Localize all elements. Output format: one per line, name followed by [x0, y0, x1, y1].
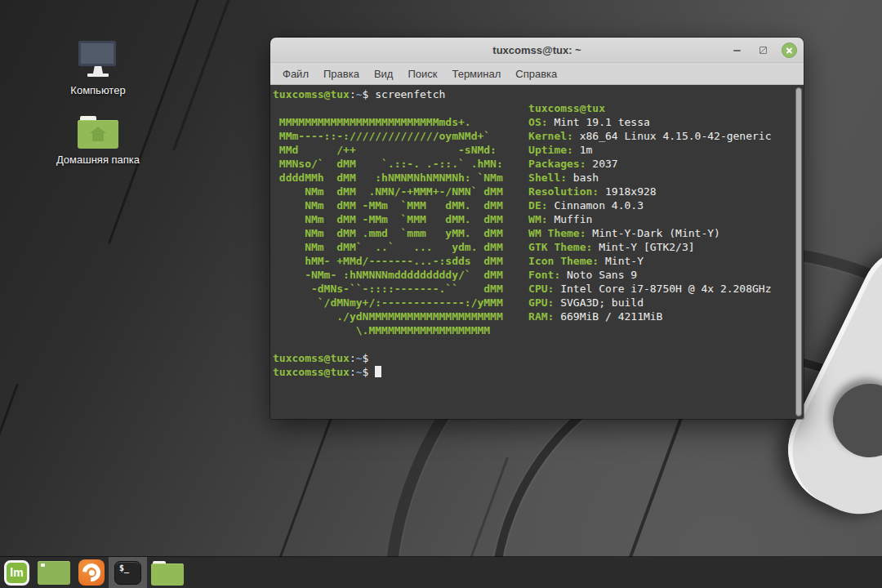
home-folder-icon	[78, 116, 118, 149]
restore-button[interactable]	[755, 42, 771, 58]
folder-icon	[151, 560, 184, 586]
terminal-window: tuxcomss@tux: ~ Файл Правка Вид Поиск Те…	[270, 38, 804, 419]
terminal-line: MMd /++ -sNMd: Uptime: 1m	[273, 143, 792, 157]
firefox-icon	[78, 559, 105, 586]
terminal-cursor	[375, 366, 381, 377]
menu-view[interactable]: Вид	[367, 68, 401, 80]
terminal-body[interactable]: tuxcomss@tux:~$ screenfetch tuxcomss@tux…	[270, 85, 804, 419]
desktop-icon-computer[interactable]: Компьютер	[45, 41, 151, 96]
show-desktop-icon	[38, 561, 70, 585]
terminal-line: tuxcomss@tux	[273, 101, 792, 115]
terminal-output: tuxcomss@tux:~$ screenfetch tuxcomss@tux…	[273, 87, 792, 419]
terminal-launcher[interactable]: $_	[109, 557, 147, 588]
terminal-line: tuxcomss@tux:~$	[273, 365, 792, 379]
menu-file[interactable]: Файл	[275, 68, 316, 80]
mint-menu-button[interactable]: lm	[0, 557, 33, 588]
desktop-icon-label: Компьютер	[70, 84, 125, 96]
window-title: tuxcomss@tux: ~	[270, 44, 804, 56]
terminal-line: -dMNs-``-::::-------.`` dMM CPU: Intel C…	[273, 282, 792, 296]
terminal-line: ./ydNMMMMMMMMMMMMMMMMMMMMM RAM: 669MiB /…	[273, 310, 792, 323]
window-controls	[729, 38, 797, 63]
terminal-icon: $_	[114, 561, 141, 585]
terminal-line: tuxcomss@tux:~$	[273, 351, 792, 365]
terminal-line: NMm dMM -MMm `MMM dMM. dMM DE: Cinnamon …	[273, 198, 792, 212]
terminal-line: NMm dMM .mmd `mmm yMM. dMM WM Theme: Min…	[273, 226, 792, 240]
terminal-line: MMMMMMMMMMMMMMMMMMMMMMMMMmds+. OS: Mint …	[273, 115, 792, 129]
terminal-line: NMm dMM .NMN/-+MMM+-/NMN` dMM Resolution…	[273, 185, 792, 198]
terminal-line: NMm dMM -MMm `MMM dMM. dMM WM: Muffin	[273, 212, 792, 226]
close-button[interactable]	[782, 42, 797, 58]
terminal-line: ddddMMh dMM :hNMNMNhNMNMNh: `NMm Shell: …	[273, 171, 792, 185]
menu-edit[interactable]: Правка	[316, 68, 367, 80]
menu-help[interactable]: Справка	[508, 68, 564, 80]
menu-search[interactable]: Поиск	[400, 68, 444, 80]
terminal-line: NMm dMM` ..` ... ydm. dMM GTK Theme: Min…	[273, 240, 792, 254]
terminal-line: tuxcomss@tux:~$ screenfetch	[273, 87, 792, 101]
scrollbar[interactable]	[795, 87, 802, 416]
minimize-button[interactable]	[729, 42, 745, 58]
terminal-line: \.MMMMMMMMMMMMMMMMMMM	[273, 323, 792, 337]
menubar: Файл Правка Вид Поиск Терминал Справка	[270, 63, 804, 85]
desktop-icon-home-folder[interactable]: Домашняя папка	[45, 116, 151, 166]
computer-icon	[78, 41, 118, 79]
terminal-line	[273, 337, 792, 351]
titlebar[interactable]: tuxcomss@tux: ~	[270, 38, 804, 63]
wallpaper-line	[172, 0, 247, 151]
show-desktop-button[interactable]	[33, 557, 74, 588]
desktop: Компьютер Домашняя папка tuxcomss@tux: ~…	[0, 0, 882, 588]
desktop-icon-label: Домашняя папка	[56, 154, 140, 166]
firefox-launcher[interactable]	[74, 557, 109, 588]
files-launcher[interactable]	[147, 557, 188, 588]
terminal-line: MMNso/` dMM `.::-. .-::.` .hMN: Packages…	[273, 157, 792, 171]
mint-logo-icon: lm	[4, 560, 29, 586]
terminal-line: `/dMNmy+/:-------------:/yMMM GPU: SVGA3…	[273, 296, 792, 310]
terminal-line: hMM- +MMd/-------...-:sdds dMM Icon Them…	[273, 254, 792, 268]
menu-terminal[interactable]: Терминал	[444, 68, 508, 80]
terminal-line: -NMm- :hNMNNNmdddddddddy/` dMM Font: Not…	[273, 268, 792, 282]
terminal-line: MMm----::-://////////////oymNMd+` Kernel…	[273, 129, 792, 143]
taskbar: lm $_	[0, 557, 882, 588]
